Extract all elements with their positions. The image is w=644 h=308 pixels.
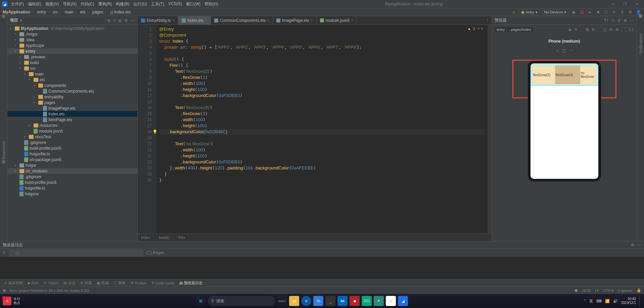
link-icon[interactable]: ⇵ bbox=[617, 18, 621, 23]
grid-icon[interactable]: ⊞ bbox=[586, 27, 589, 32]
search-icon[interactable]: ⚲ bbox=[619, 9, 625, 15]
explorer-icon[interactable]: 📁 bbox=[289, 296, 299, 306]
menu-item[interactable]: 工具(T) bbox=[149, 1, 166, 8]
account-icon[interactable]: 👤 bbox=[635, 9, 641, 15]
panel-dropdown-icon[interactable]: ▾ bbox=[20, 18, 22, 23]
menu-item[interactable]: 运行(U) bbox=[131, 1, 149, 8]
panel-settings-icon[interactable]: ⚙ bbox=[124, 18, 128, 23]
widget-icon[interactable]: ☀ bbox=[3, 297, 11, 305]
device-controls[interactable]: ◁ ◫ ⋯ bbox=[553, 47, 576, 54]
tree-node[interactable]: ▾src bbox=[7, 65, 137, 71]
status-icon[interactable]: ▣ bbox=[3, 288, 6, 293]
menu-item[interactable]: VCS(S) bbox=[166, 1, 184, 8]
log-hide-icon[interactable]: — bbox=[637, 243, 641, 247]
regex-checkbox[interactable]: Regex bbox=[147, 250, 165, 255]
tree-node[interactable]: ▸AppScope bbox=[7, 43, 137, 48]
minimize-button[interactable]: ━ bbox=[608, 2, 618, 6]
coverage-button[interactable]: ▸ bbox=[587, 9, 593, 15]
target-icon[interactable]: ◎ bbox=[511, 9, 517, 15]
tree-node[interactable]: ▸oh_modules bbox=[7, 168, 137, 174]
expand-all-icon[interactable]: ≡ bbox=[113, 18, 116, 23]
tree-node[interactable]: ImagePage.ets bbox=[7, 105, 137, 111]
menu-item[interactable]: 视图(V) bbox=[43, 1, 61, 8]
notifications-tool-tab[interactable]: Notifications bbox=[639, 32, 643, 55]
store-icon[interactable]: 🛍 bbox=[313, 296, 323, 306]
select-opened-icon[interactable]: ⊕ bbox=[107, 18, 110, 23]
log-body[interactable] bbox=[0, 257, 644, 279]
task-view-icon[interactable]: ▭▭ bbox=[277, 296, 287, 306]
menu-item[interactable]: 导航(N) bbox=[61, 1, 79, 8]
run-config-dropdown[interactable]: ▣entry▾ bbox=[519, 9, 540, 15]
breadcrumb-item[interactable]: pages bbox=[92, 10, 103, 14]
widget-text[interactable]: 今日 热点 bbox=[13, 297, 20, 305]
more-icon[interactable]: ⋯ bbox=[569, 48, 573, 53]
editor-tab[interactable]: EntryAbility.ts× bbox=[138, 16, 178, 24]
tree-node[interactable]: hvigorw bbox=[7, 191, 137, 197]
preview-hide-icon[interactable]: — bbox=[630, 18, 634, 23]
readonly-icon[interactable]: 🔒 bbox=[637, 288, 641, 293]
bottom-tool-item[interactable]: ⚲Code Linter bbox=[151, 281, 175, 285]
tree-node[interactable]: ▾pages bbox=[7, 100, 137, 105]
device-dropdown[interactable]: No Devices▾ bbox=[542, 9, 569, 15]
git-button[interactable]: ⬡ bbox=[603, 9, 609, 15]
bottom-tool-item[interactable]: ⬡服务 bbox=[113, 280, 126, 286]
tree-node[interactable]: ▸entryability bbox=[7, 94, 137, 100]
tree-node[interactable]: build-profile.json5 bbox=[7, 179, 137, 185]
tree-node[interactable]: CommonComponents.ets bbox=[7, 88, 137, 94]
breadcrumb-item[interactable]: src bbox=[53, 10, 58, 14]
edge-icon[interactable]: e bbox=[301, 296, 311, 306]
font-icon[interactable]: Tᴛ bbox=[604, 18, 609, 23]
tree-node[interactable]: ItemPage.ets bbox=[7, 117, 137, 122]
crop-icon[interactable]: ◫ bbox=[603, 27, 607, 32]
menu-item[interactable]: 代码(C) bbox=[79, 1, 96, 8]
tree-node[interactable]: ▸build bbox=[7, 60, 137, 65]
fit-icon[interactable]: ⛶ bbox=[622, 27, 626, 32]
breadcrumb-item[interactable]: main bbox=[65, 10, 74, 14]
close-button[interactable]: ✕ bbox=[632, 2, 642, 6]
status-lineend[interactable]: LF bbox=[595, 289, 599, 293]
tree-node[interactable]: hvigorfile.ts bbox=[7, 185, 137, 191]
bottom-tool-item[interactable]: ⊘问题 bbox=[80, 280, 92, 286]
tree-node[interactable]: ▸ohosTest bbox=[7, 134, 137, 140]
tree-node[interactable]: .gitignore bbox=[7, 140, 137, 145]
bottom-tool-item[interactable]: ▤预览器日志 bbox=[179, 280, 202, 286]
tree-node[interactable]: ▾MyApplicationE:\HarmonyOS\MyApplication bbox=[7, 25, 137, 31]
bottom-tool-item[interactable]: ▶ Run bbox=[28, 281, 38, 285]
project-tool-tab[interactable]: 项目 bbox=[1, 19, 6, 22]
debug-button[interactable]: 🐞 bbox=[579, 9, 585, 15]
editor-tab[interactable]: Index.ets× bbox=[178, 16, 211, 24]
back-icon[interactable]: ◁ bbox=[556, 48, 559, 53]
tree-node[interactable]: ▾components bbox=[7, 83, 137, 88]
stop-button[interactable]: ■ bbox=[595, 9, 601, 15]
editor-crumb[interactable]: Index bbox=[141, 236, 150, 240]
status-encoding[interactable]: UTF-8 bbox=[603, 289, 614, 293]
bottom-tool-item[interactable]: ⎇版本控制 bbox=[3, 280, 23, 286]
tray-lang[interactable]: 英 bbox=[589, 299, 593, 304]
tree-node[interactable]: ▸.idea bbox=[7, 37, 137, 43]
tray-clock[interactable]: 10:40 2023/12/1 bbox=[621, 297, 636, 305]
breadcrumb-item[interactable]: entry bbox=[37, 10, 46, 14]
start-button[interactable]: ⊞ bbox=[196, 296, 206, 306]
vscode-icon[interactable]: ⋈ bbox=[337, 296, 348, 306]
tabs-menu-icon[interactable]: ⋮ bbox=[486, 18, 490, 23]
breadcrumb-item[interactable]: MyApplication bbox=[3, 10, 30, 14]
app-icon-3[interactable]: ✦ bbox=[374, 296, 384, 306]
log-settings-icon[interactable]: ⚙ bbox=[631, 243, 635, 247]
project-tree[interactable]: ▾MyApplicationE:\HarmonyOS\MyApplication… bbox=[7, 25, 137, 241]
tree-node[interactable]: Index.ets bbox=[7, 111, 137, 117]
minimap[interactable] bbox=[488, 25, 492, 234]
code-editor[interactable]: @Entry @Component struct Index { private… bbox=[156, 25, 488, 234]
structure-tool-tab[interactable]: 结构 bbox=[1, 165, 6, 168]
show-desktop[interactable] bbox=[639, 296, 641, 306]
menu-item[interactable]: 构建(B) bbox=[114, 1, 131, 8]
tree-node[interactable]: ▸resources bbox=[7, 122, 137, 128]
run-button[interactable]: ▶ bbox=[571, 9, 577, 15]
tree-node[interactable]: ▾ets bbox=[7, 77, 137, 83]
menu-item[interactable]: 重构(R) bbox=[96, 1, 114, 8]
tree-node[interactable]: hvigorfile.ts bbox=[7, 151, 137, 157]
bottom-tool-item[interactable]: ▤日志 bbox=[63, 280, 76, 286]
app-icon-2[interactable]: DG bbox=[362, 296, 372, 306]
tree-node[interactable]: ▸.preview bbox=[7, 54, 137, 60]
rotate-icon[interactable]: ↻ bbox=[592, 27, 595, 32]
refresh-icon[interactable]: ↻ bbox=[611, 18, 615, 23]
